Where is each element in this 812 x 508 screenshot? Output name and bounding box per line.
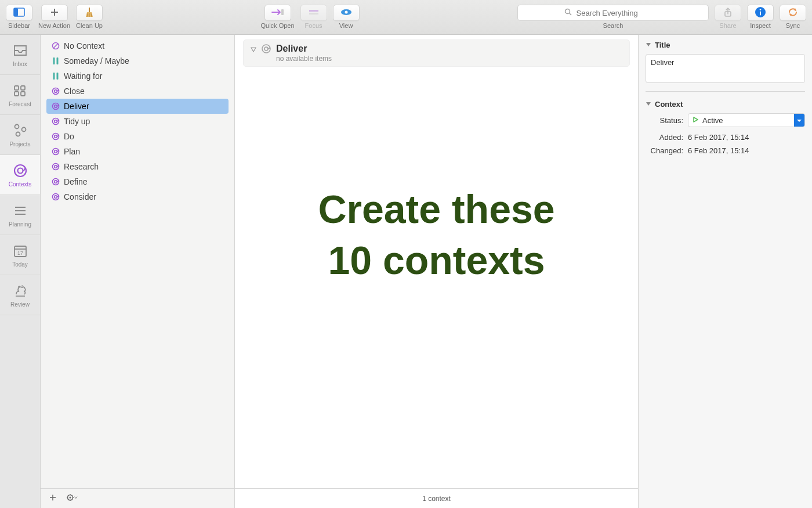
- view-button[interactable]: View: [333, 5, 360, 29]
- context-row[interactable]: Do: [46, 129, 229, 144]
- share-button[interactable]: Share: [715, 5, 741, 29]
- svg-point-50: [55, 150, 57, 153]
- context-row[interactable]: Consider: [46, 189, 229, 204]
- svg-point-54: [55, 181, 57, 183]
- inspector-context-label: Context: [655, 100, 683, 109]
- context-header-title: Deliver: [276, 44, 332, 54]
- inspector-title-label: Title: [655, 41, 670, 49]
- svg-point-53: [53, 179, 59, 185]
- svg-rect-9: [309, 10, 318, 12]
- context-row[interactable]: Deliver: [46, 99, 229, 114]
- context-row-label: Define: [64, 177, 87, 186]
- svg-point-45: [53, 118, 59, 125]
- svg-point-11: [341, 9, 351, 15]
- inspect-button[interactable]: Inspect: [747, 5, 774, 29]
- status-value: Active: [702, 116, 723, 125]
- context-list-column: No ContextSomeday / MaybeWaiting forClos…: [41, 35, 235, 508]
- added-value: 6 Feb 2017, 15:14: [688, 133, 749, 142]
- focus-button[interactable]: Focus: [300, 5, 327, 29]
- svg-point-44: [55, 105, 57, 108]
- perspective-planning[interactable]: Planning: [0, 195, 40, 235]
- context-row-label: Plan: [64, 147, 80, 156]
- svg-rect-8: [281, 9, 284, 15]
- svg-rect-17: [760, 11, 761, 15]
- broom-icon: [84, 7, 95, 19]
- perspective-inbox[interactable]: Inbox: [0, 35, 40, 75]
- perspective-projects[interactable]: Projects: [0, 115, 40, 155]
- svg-rect-20: [21, 86, 25, 90]
- perspective-contexts[interactable]: Contexts: [0, 155, 40, 195]
- at-icon: [51, 132, 60, 140]
- section-disclosure-icon[interactable]: [646, 41, 651, 49]
- svg-point-23: [14, 124, 19, 128]
- status-select[interactable]: Active: [688, 113, 805, 127]
- quick-open-button[interactable]: Quick Open: [260, 5, 294, 29]
- context-row[interactable]: Waiting for: [46, 69, 229, 84]
- svg-point-52: [55, 165, 57, 168]
- svg-point-18: [760, 9, 762, 10]
- context-row-label: No Context: [64, 41, 104, 51]
- projects-icon: [12, 123, 28, 139]
- sidebar-button[interactable]: Sidebar: [6, 5, 32, 29]
- svg-rect-22: [21, 92, 25, 96]
- search-icon: [564, 8, 572, 17]
- context-row[interactable]: Plan: [46, 144, 229, 159]
- svg-point-61: [262, 45, 270, 53]
- sync-icon: [787, 6, 799, 20]
- context-row[interactable]: Research: [46, 159, 229, 174]
- gear-menu-button[interactable]: [66, 493, 78, 503]
- svg-point-27: [17, 168, 23, 173]
- paused-icon: [51, 72, 60, 80]
- section-disclosure-icon[interactable]: [646, 100, 651, 109]
- today-icon: 17: [12, 243, 28, 259]
- context-row-label: Deliver: [64, 102, 89, 111]
- svg-rect-19: [14, 86, 19, 90]
- toolbar: Sidebar New Action Clean Up: [0, 0, 812, 35]
- at-icon: [51, 193, 60, 201]
- no-context-icon: [51, 42, 60, 50]
- svg-rect-31: [14, 246, 26, 257]
- share-icon: [723, 7, 733, 19]
- context-row[interactable]: Someday / Maybe: [46, 53, 229, 69]
- clean-up-button[interactable]: Clean Up: [76, 5, 103, 29]
- at-icon: [261, 44, 271, 56]
- new-action-button[interactable]: New Action: [38, 5, 70, 29]
- context-row-label: Do: [64, 132, 74, 141]
- search-input[interactable]: [517, 5, 709, 21]
- svg-point-62: [264, 47, 268, 51]
- context-count: 1 context: [422, 495, 451, 503]
- perspective-forecast[interactable]: Forecast: [0, 75, 40, 115]
- context-header-subtitle: no available items: [276, 55, 332, 63]
- inspector-context-section: Context Status: Active Added: 6 Feb 2017…: [646, 100, 805, 155]
- focus-icon: [308, 8, 320, 18]
- perspective-today[interactable]: 17 Today: [0, 235, 40, 275]
- svg-text:17: 17: [17, 250, 23, 256]
- overlay-caption: Create these 10 contexts: [318, 183, 554, 286]
- context-row[interactable]: Define: [46, 174, 229, 189]
- svg-point-56: [55, 196, 57, 199]
- svg-point-12: [345, 10, 347, 13]
- sync-button[interactable]: Sync: [780, 5, 806, 29]
- add-context-button[interactable]: [49, 493, 57, 503]
- context-header[interactable]: Deliver no available items: [243, 39, 630, 67]
- plus-icon: [50, 8, 59, 19]
- context-row[interactable]: Tidy up: [46, 114, 229, 129]
- inspector-title-section: Title Deliver: [646, 41, 805, 83]
- forecast-icon: [12, 82, 28, 99]
- svg-line-36: [53, 44, 58, 48]
- svg-rect-4: [89, 8, 90, 12]
- perspective-review[interactable]: Review: [0, 275, 40, 315]
- svg-rect-15: [725, 12, 731, 16]
- svg-point-24: [21, 127, 26, 131]
- sidebar-icon: [13, 8, 25, 19]
- chevron-down-icon: [794, 114, 804, 127]
- context-row[interactable]: No Context: [46, 38, 229, 53]
- play-icon: [692, 116, 699, 125]
- content-area: Deliver no available items Create these …: [235, 35, 638, 508]
- svg-rect-1: [14, 8, 18, 16]
- context-row[interactable]: Close: [46, 84, 229, 99]
- disclosure-triangle-icon[interactable]: [251, 45, 256, 54]
- svg-point-25: [16, 132, 20, 136]
- inspector-title-input[interactable]: Deliver: [646, 54, 805, 83]
- svg-point-48: [55, 135, 57, 138]
